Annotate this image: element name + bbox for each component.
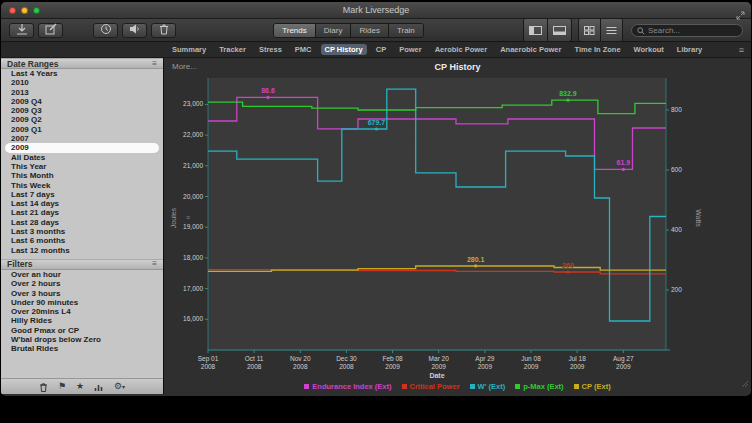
svg-text:22,000: 22,000	[183, 131, 203, 138]
sidebar-item-last-14-days[interactable]: Last 14 days	[1, 199, 163, 208]
search-input[interactable]	[648, 26, 737, 35]
chart-icon[interactable]	[94, 378, 104, 396]
svg-text:400: 400	[671, 226, 682, 233]
tab-library[interactable]: Library	[673, 44, 706, 55]
sidebar-item-2010[interactable]: 2010	[1, 78, 163, 87]
tiled-view-button[interactable]	[579, 19, 601, 41]
sidebar-item-hilly-rides[interactable]: Hilly Rides	[1, 316, 163, 325]
segment-train[interactable]: Train	[389, 24, 423, 37]
tab-summary[interactable]: Summary	[168, 44, 210, 55]
star-icon[interactable]: ★	[76, 382, 84, 391]
sidebar-item-over-an-hour[interactable]: Over an hour	[1, 270, 163, 279]
sidebar-item-2009-q3[interactable]: 2009 Q3	[1, 106, 163, 115]
audio-button[interactable]	[122, 23, 147, 38]
toggle-lowbar-button[interactable]	[548, 19, 571, 41]
filters-header[interactable]: Filters ≡	[1, 259, 163, 270]
flag-icon[interactable]: ⚑	[58, 382, 66, 391]
search-field[interactable]	[631, 24, 743, 37]
legend-swatch	[515, 384, 520, 389]
sidebar-item-last-3-months[interactable]: Last 3 months	[1, 227, 163, 236]
sidebar-item-this-month[interactable]: This Month	[1, 171, 163, 180]
title-bar[interactable]: Mark Liversedge	[1, 2, 751, 19]
segment-diary[interactable]: Diary	[316, 24, 352, 37]
legend-item: W' (Ext)	[470, 382, 506, 391]
sidebar-item-last-4-years[interactable]: Last 4 Years	[1, 69, 163, 78]
trash-icon[interactable]	[39, 378, 48, 396]
sidebar-item-over-3-hours[interactable]: Over 3 hours	[1, 289, 163, 298]
svg-text:Dec 30: Dec 30	[336, 355, 357, 362]
tab-power[interactable]: Power	[395, 44, 426, 55]
sidebar-item-all-dates[interactable]: All Dates	[1, 153, 163, 162]
sidebar-item-this-year[interactable]: This Year	[1, 162, 163, 171]
tab-cp[interactable]: CP	[372, 44, 390, 55]
intervals-button[interactable]	[93, 23, 118, 38]
sidebar-item-2009-q4[interactable]: 2009 Q4	[1, 97, 163, 106]
svg-text:Oct 11: Oct 11	[245, 355, 264, 362]
close-button[interactable]	[9, 7, 16, 14]
date-ranges-header[interactable]: Date Ranges ≡	[1, 58, 163, 69]
fullscreen-icon[interactable]	[736, 6, 745, 24]
legend-swatch	[402, 384, 407, 389]
delete-button[interactable]	[151, 23, 176, 38]
sidebar-item-w-bal-drops-below-zero[interactable]: W'bal drops below Zero	[1, 335, 163, 344]
svg-text:61.9: 61.9	[617, 159, 631, 166]
sidebar-item-2009-q1[interactable]: 2009 Q1	[1, 125, 163, 134]
minimize-button[interactable]	[21, 7, 28, 14]
tab-pmc[interactable]: PMC	[291, 44, 316, 55]
single-view-button[interactable]	[601, 19, 622, 41]
svg-text:2009: 2009	[385, 363, 400, 370]
toggle-sidebar-button[interactable]	[524, 19, 548, 41]
section-menu-icon[interactable]: ≡	[152, 60, 157, 68]
panel-bottom-icon	[553, 21, 566, 39]
compose-button[interactable]	[38, 23, 63, 38]
legend-label: CP (Ext)	[582, 382, 611, 391]
sidebar-item-brutal-rides[interactable]: Brutal Rides	[1, 344, 163, 353]
section-menu-icon[interactable]: ≡	[152, 260, 157, 268]
main-content: Date Ranges ≡ Last 4 Years201020132009 Q…	[1, 58, 751, 394]
svg-text:2009: 2009	[524, 363, 539, 370]
sidebar-item-2013[interactable]: 2013	[1, 88, 163, 97]
sidebar-item-good-pmax-or-cp[interactable]: Good Pmax or CP	[1, 326, 163, 335]
search-icon	[637, 21, 645, 39]
sidebar-item-last-6-months[interactable]: Last 6 months	[1, 236, 163, 245]
zoom-button[interactable]	[33, 7, 40, 14]
sidebar-item-under-90-minutes[interactable]: Under 90 minutes	[1, 298, 163, 307]
sidebar-item-2009-q2[interactable]: 2009 Q2	[1, 115, 163, 124]
more-link[interactable]: More...	[172, 62, 197, 71]
import-button[interactable]	[9, 23, 34, 38]
panel-left-icon	[529, 21, 542, 39]
svg-text:2008: 2008	[293, 363, 308, 370]
sidebar-item-over-20mins-l4[interactable]: Over 20mins L4	[1, 307, 163, 316]
svg-text:Date: Date	[429, 372, 444, 379]
sidebar-item-last-28-days[interactable]: Last 28 days	[1, 218, 163, 227]
cp-history-chart[interactable]: Sep 012008Oct 112008Nov 202008Dec 302008…	[164, 58, 750, 394]
tabbar-menu-icon[interactable]: ≡	[739, 45, 744, 55]
legend-label: W' (Ext)	[478, 382, 506, 391]
svg-text:Joules: Joules	[170, 207, 177, 228]
window-title: Mark Liversedge	[1, 5, 751, 15]
sidebar-item-last-7-days[interactable]: Last 7 days	[1, 190, 163, 199]
svg-text:280.1: 280.1	[467, 256, 485, 263]
legend-swatch	[304, 384, 309, 389]
tab-aerobic-power[interactable]: Aerobic Power	[431, 44, 492, 55]
tab-cp-history[interactable]: CP History	[321, 44, 367, 55]
tab-tracker[interactable]: Tracker	[215, 44, 250, 55]
sidebar-item-last-12-months[interactable]: Last 12 months	[1, 246, 163, 255]
sidebar-item-2009[interactable]: 2009	[5, 143, 159, 152]
sidebar-item-last-21-days[interactable]: Last 21 days	[1, 208, 163, 217]
segment-rides[interactable]: Rides	[351, 24, 388, 37]
tab-stress[interactable]: Stress	[255, 44, 286, 55]
sidebar-item-this-week[interactable]: This Week	[1, 181, 163, 190]
tab-anaerobic-power[interactable]: Anaerobic Power	[496, 44, 565, 55]
legend-swatch	[470, 384, 475, 389]
legend-item: p-Max (Ext)	[515, 382, 563, 391]
segment-trends[interactable]: Trends	[274, 24, 316, 37]
tab-time-in-zone[interactable]: Time In Zone	[570, 44, 624, 55]
sidebar-item-over-2-hours[interactable]: Over 2 hours	[1, 279, 163, 288]
legend-label: Endurance Index (Ext)	[312, 382, 391, 391]
svg-text:2009: 2009	[570, 363, 585, 370]
gear-icon[interactable]: ⚙▾	[114, 382, 125, 392]
tab-workout[interactable]: Workout	[630, 44, 668, 55]
legend-item: Critical Power	[402, 382, 460, 391]
sidebar-item-2007[interactable]: 2007	[1, 134, 163, 143]
